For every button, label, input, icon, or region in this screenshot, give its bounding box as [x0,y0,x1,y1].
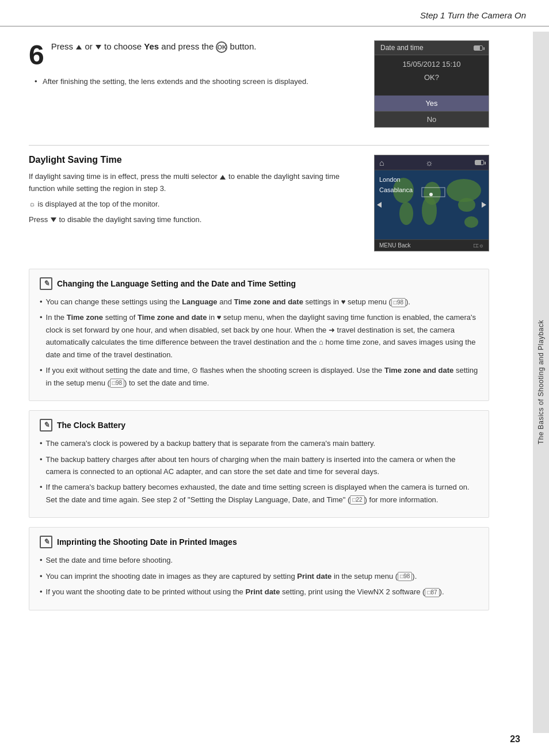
cam-spacer [375,84,489,96]
map-bottom-bar: MENU Back □:☼ [375,239,489,251]
step-6-section: 6 Press or to choose Yes and press the O… [29,40,489,128]
ref-98-1: □98 [391,298,406,307]
step-bullets: After finishing the setting, the lens ex… [29,76,360,87]
step-instruction: 6 Press or to choose Yes and press the O… [29,40,360,69]
dst-body-1: If daylight saving time is in effect, pr… [29,171,360,195]
yes-text: Yes [144,41,159,51]
content-area: 6 Press or to choose Yes and press the O… [0,26,501,633]
note-language-title: ✎ Changing the Language Setting and the … [40,277,478,290]
ref-87: □87 [425,588,439,597]
map-icons-right: □:☼ [474,242,484,249]
arrow-up-icon [76,45,82,49]
cam-yes-row: Yes [375,96,489,111]
note-lang-bullet-3: If you exit without setting the date and… [40,364,478,389]
note-clock-title-text: The Clock Battery [57,421,125,430]
section-divider [29,145,489,146]
ok-circle: OK [216,41,227,53]
note-language-title-text: Changing the Language Setting and the Da… [57,279,296,288]
main-content: 6 Press or to choose Yes and press the O… [0,26,549,633]
map-top-bar: ⌂ ☼ [375,155,489,170]
note-imprint-bullet-2: You can imprint the shooting date in ima… [40,570,478,582]
step-number: 6 [29,41,44,69]
dst-section: Daylight Saving Time If daylight saving … [29,155,489,251]
cam-screen-header: Date and time [375,41,489,55]
dst-title: Daylight Saving Time [29,155,360,165]
map-city-labels: London Casablanca [379,175,413,195]
sidebar-tab: The Basics of Shooting and Playback [533,32,549,733]
note-imprint-icon: ✎ [40,536,52,548]
map-content: London Casablanca [375,170,489,239]
step-text: Press or to choose Yes and press the OK … [51,41,257,51]
map-right-arrow [482,202,486,208]
dst-left: Daylight Saving Time If daylight saving … [29,155,360,251]
note-clock-icon: ✎ [40,419,52,432]
map-left-arrow [377,202,382,208]
cam-no-row: No [375,111,489,127]
sun-dst-icon: ☼ [29,198,36,211]
cam-date-display: 15/05/2012 15:10 [375,55,489,71]
svg-point-4 [399,202,413,225]
note-clock-bullet-3: If the camera's backup battery becomes e… [40,481,478,506]
map-menu-text: MENU Back [379,242,410,249]
svg-point-7 [464,216,478,228]
note-clock-bullet-1: The camera's clock is powered by a backu… [40,437,478,449]
svg-point-8 [429,193,433,196]
map-nav-right [482,200,486,209]
dst-body-2: ☼ is displayed at the top of the monitor… [29,198,360,211]
map-sun-area: ☼ [425,158,433,167]
map-sun-icon: ☼ [425,158,433,167]
note-imprint-body: Set the date and time before shooting. Y… [40,554,478,598]
note-imprint-bullet-3: If you want the shooting date to be prin… [40,586,478,598]
arrow-down-icon [96,45,101,49]
note-imprint-section: ✎ Imprinting the Shooting Date in Printe… [29,527,489,610]
home-icon: ⌂ [379,158,384,167]
header-title: Step 1 Turn the Camera On [420,10,526,20]
svg-point-2 [422,196,437,225]
note-imprint-bullet-1: Set the date and time before shooting. [40,554,478,566]
tri-up-icon [220,175,226,180]
svg-point-6 [458,198,475,212]
note-clock-body: The camera's clock is powered by a backu… [40,437,478,506]
step-bullet-item: After finishing the setting, the lens ex… [35,76,360,87]
sidebar-tab-label: The Basics of Shooting and Playback [537,320,545,444]
tri-down-dst-icon [51,217,56,222]
cam-ok-display: OK? [375,71,489,84]
ref-22: □22 [350,495,364,505]
camera-screen-date: Date and time 15/05/2012 15:10 OK? Yes N… [374,40,489,128]
cam-title: Date and time [380,44,424,52]
note-lang-bullet-1: You can change these settings using the … [40,296,478,308]
step-left: 6 Press or to choose Yes and press the O… [29,40,360,128]
city2-label: Casablanca [379,185,413,196]
battery-icon [474,45,483,51]
city1-label: London [379,175,413,185]
page-header: Step 1 Turn the Camera On [0,0,549,26]
note-imprint-title: ✎ Imprinting the Shooting Date in Printe… [40,536,478,548]
note-clock-bullet-2: The backup battery charges after about t… [40,453,478,478]
note-lang-bullet-2: In the Time zone setting of Time zone an… [40,311,478,361]
note-clock-title: ✎ The Clock Battery [40,419,478,432]
note-clock-section: ✎ The Clock Battery The camera's clock i… [29,410,489,518]
map-battery-icon [475,160,484,165]
note-imprint-title-text: Imprinting the Shooting Date in Printed … [57,537,237,547]
note-language-icon: ✎ [40,277,52,290]
page: Step 1 Turn the Camera On 6 Press or to … [0,0,549,756]
ref-98-3: □98 [398,572,412,581]
page-number: 23 [510,734,520,744]
note-language-section: ✎ Changing the Language Setting and the … [29,269,489,401]
map-camera-screen: ⌂ ☼ [374,155,489,251]
note-language-body: You can change these settings using the … [40,296,478,389]
map-nav-left [377,200,382,209]
dst-body-3: Press to disable the daylight saving tim… [29,214,360,226]
ref-98-2: □98 [110,379,124,388]
